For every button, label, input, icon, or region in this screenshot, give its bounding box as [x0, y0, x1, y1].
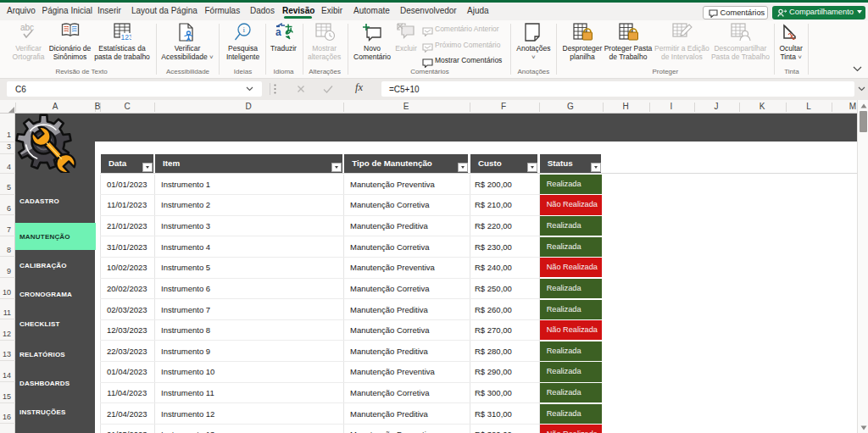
svg-text:a: a: [275, 26, 281, 38]
svg-text:i: i: [242, 25, 245, 34]
svg-text:123: 123: [121, 33, 132, 42]
